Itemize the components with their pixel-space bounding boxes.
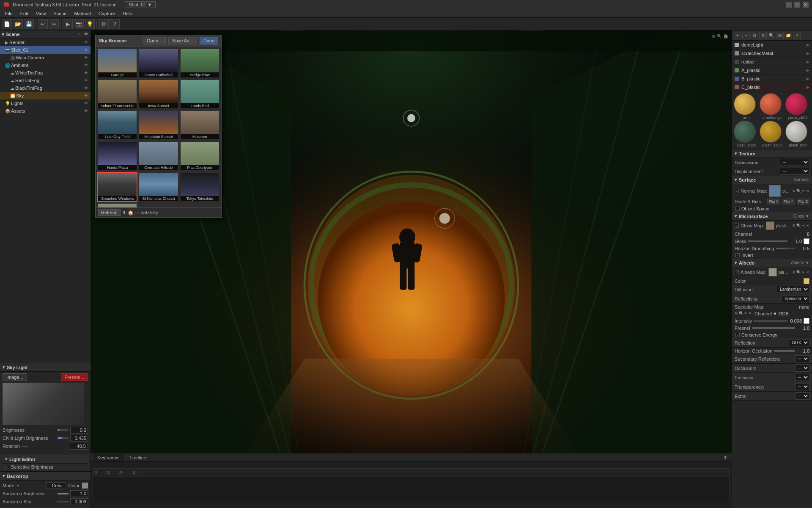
nav-home-icon[interactable]: 🏠 xyxy=(128,210,134,215)
save-btn[interactable]: 💾 xyxy=(24,19,34,29)
fresnel-value[interactable]: 1.0 xyxy=(797,326,809,331)
rotation-arrows[interactable]: ⟺ xyxy=(22,444,27,448)
sky-thumb-iowa[interactable]: Iowa Sunset xyxy=(138,79,178,109)
albedo-map-clear-btn[interactable]: ✕ xyxy=(806,270,809,274)
flip-x-btn[interactable]: Flip X xyxy=(767,199,780,204)
tree-item-blacktintfog[interactable]: ☁ BlackTintFog 👁 xyxy=(0,84,91,92)
menu-edit[interactable]: Edit xyxy=(17,10,32,17)
refresh-button[interactable]: Refresh xyxy=(98,209,121,216)
child-brightness-slider[interactable] xyxy=(58,437,69,439)
nav-up-icon[interactable]: ⬆ xyxy=(122,210,126,215)
close-button[interactable]: ✕ xyxy=(803,2,809,8)
render-btn[interactable]: ▶ xyxy=(63,19,73,29)
flip-y-btn[interactable]: Flip Y xyxy=(782,199,795,204)
spec-edit-btn[interactable]: ✏ xyxy=(744,311,748,316)
spec-clear-btn[interactable]: ✕ xyxy=(749,311,752,316)
sky-done-button[interactable]: Done xyxy=(200,37,218,44)
flip-z-btn[interactable]: Flip Z xyxy=(797,199,810,204)
normal-map-clear-btn[interactable]: ✕ xyxy=(806,189,809,193)
rotation-value[interactable]: 40.5 xyxy=(69,443,88,450)
reflectivity-select[interactable]: Specular xyxy=(782,295,809,302)
sky-thumb-smashed[interactable]: Smashed Windows xyxy=(97,172,137,202)
material-scratchedmetal[interactable]: scratchedMetal ▶ xyxy=(732,49,812,58)
gloss-map-checkbox[interactable]: ✓ xyxy=(735,224,739,228)
fresnel-slider[interactable] xyxy=(752,327,795,329)
presets-button[interactable]: Presets... xyxy=(61,373,88,381)
material-domelight[interactable]: domeLight ▶ xyxy=(732,41,812,49)
rp-sort-btn[interactable]: ⊞ xyxy=(776,32,784,39)
scene-add-btn[interactable]: + xyxy=(76,31,82,37)
new-btn[interactable]: 📄 xyxy=(2,19,12,29)
displacement-select[interactable]: ─ xyxy=(780,168,809,175)
subdivision-select[interactable]: ─ xyxy=(780,159,809,166)
fog1-vis-btn[interactable]: 👁 xyxy=(83,70,89,76)
menu-help[interactable]: Help xyxy=(119,10,136,17)
spec-settings-btn[interactable]: ⚙ xyxy=(735,311,738,316)
sky-vis-btn[interactable]: 👁 xyxy=(83,93,89,99)
brightness-slider[interactable] xyxy=(58,429,69,431)
normal-map-settings-btn[interactable]: ⚙ xyxy=(792,189,796,193)
minimize-button[interactable]: ─ xyxy=(786,2,792,8)
texture-section-header[interactable]: ▾ Texture xyxy=(732,149,812,158)
material-rubber[interactable]: rubber ▶ xyxy=(732,58,812,66)
tree-item-ambient[interactable]: 🌐 Ambient 👁 xyxy=(0,61,91,69)
swatch-plastialt01[interactable] xyxy=(785,93,807,115)
gloss-value[interactable]: 1.0 xyxy=(789,239,802,244)
albedo-dropdown[interactable]: Albedo ▼ xyxy=(791,260,809,265)
normal-map-search-btn[interactable]: 🔍 xyxy=(796,189,801,193)
backdrop-color-swatch[interactable] xyxy=(82,483,88,489)
main-viewport[interactable]: Sky Browser Open... Save As... Done Gara… xyxy=(91,30,732,453)
sky-thumb-hedge[interactable]: Hedge Row xyxy=(180,48,220,78)
material-cplastic[interactable]: C_plastic ▶ xyxy=(732,83,812,91)
backdrop-header[interactable]: ▾ Backdrop xyxy=(0,472,91,480)
gloss-map-search-btn[interactable]: 🔍 xyxy=(796,224,801,228)
albedo-map-edit-btn[interactable]: ✏ xyxy=(802,270,805,274)
albedo-map-checkbox[interactable]: ✓ xyxy=(735,270,739,274)
image-button[interactable]: Image... xyxy=(3,373,27,381)
diffusion-select[interactable]: Lambertian xyxy=(777,286,809,293)
transparency-select[interactable]: ─ xyxy=(795,383,809,390)
maximize-button[interactable]: □ xyxy=(794,2,800,8)
sky-thumb-grace[interactable]: Grace Cathedral xyxy=(138,48,178,78)
scene-section-header[interactable]: ▾ Scene + 👁 xyxy=(0,30,91,39)
sky-light-header[interactable]: ▾ Sky Light xyxy=(0,363,91,372)
menu-scene[interactable]: Scene xyxy=(50,10,70,17)
light-btn[interactable]: 💡 xyxy=(85,19,95,29)
help-btn[interactable]: ? xyxy=(110,19,120,29)
child-brightness-value[interactable]: 0.435 xyxy=(70,435,88,442)
ambient-vis-btn[interactable]: 👁 xyxy=(83,62,89,68)
swatch-plastiroot[interactable] xyxy=(785,121,807,143)
occlusion-select[interactable]: ─ xyxy=(795,364,809,372)
sky-thumb-narita[interactable]: Narita Plaza xyxy=(97,141,137,171)
tree-item-render[interactable]: ▶ Render 👁 xyxy=(0,39,91,46)
horizon-occ-slider[interactable] xyxy=(774,350,795,352)
nav-dots-icon[interactable]: ··· xyxy=(135,210,139,215)
extra-select[interactable]: ─ xyxy=(795,392,809,400)
conserve-energy-checkbox[interactable]: ✓ xyxy=(735,333,740,337)
tree-item-whitetintfog[interactable]: ☁ WhiteTintFog 👁 xyxy=(0,69,91,77)
brightness-value[interactable]: 0.2 xyxy=(70,427,88,433)
material-aplastic[interactable]: A_plastic ▶ xyxy=(732,66,812,75)
backdrop-blur-value[interactable]: 0.009 xyxy=(70,498,88,505)
rp-delete-btn[interactable]: − xyxy=(742,32,750,39)
intensity-slider[interactable] xyxy=(754,320,787,322)
tab-shot01[interactable]: Shot_01 ▼ xyxy=(125,1,156,8)
emissive-select[interactable]: ─ xyxy=(795,374,809,381)
sky-thumb-museum[interactable]: Museum xyxy=(180,110,220,140)
settings-btn[interactable]: ⚙ xyxy=(99,19,109,29)
gloss-map-edit-btn[interactable]: ✏ xyxy=(802,224,805,228)
sky-thumb-pisa[interactable]: Pisa Courtyard xyxy=(180,141,220,171)
tab-timeline[interactable]: Timeline xyxy=(124,454,151,461)
backdrop-brightness-value[interactable]: 1.0 xyxy=(70,490,88,497)
albedo-section-header[interactable]: ▾ Albedo Albedo ▼ xyxy=(732,259,812,267)
swatch-plastialt03[interactable] xyxy=(760,121,782,143)
assets-vis-btn[interactable]: 👁 xyxy=(83,108,89,114)
gloss-map-settings-btn[interactable]: ⚙ xyxy=(792,224,796,228)
tree-item-shot01[interactable]: 📷 Shot_01 👁 xyxy=(0,46,91,54)
sky-thumb-uffizi[interactable]: Uffizi Gallery xyxy=(97,203,137,207)
reflection-select[interactable]: GGX xyxy=(789,339,809,346)
menu-material[interactable]: Material xyxy=(71,10,94,17)
open-btn[interactable]: 📂 xyxy=(13,19,23,29)
horizon-sm-value[interactable]: 0.5 xyxy=(797,246,809,251)
tree-item-lights[interactable]: 💡 Lights 👁 xyxy=(0,99,91,107)
